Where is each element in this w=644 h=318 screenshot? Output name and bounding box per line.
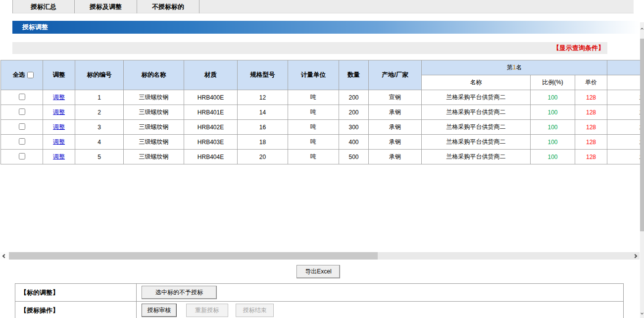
row-adjust-cell: 调整 (43, 150, 75, 164)
rank1-price-cell: 128 (575, 90, 607, 105)
scroll-down-button[interactable] (640, 309, 644, 317)
section-title-bar: 授标调整 (12, 21, 640, 34)
scroll-up-button[interactable] (640, 25, 644, 33)
header-spec: 规格型号 (238, 60, 288, 90)
rank2-supplier-cell: 兰格采购平台供货商二 (607, 135, 641, 150)
export-excel-button[interactable]: 导出Excel (297, 265, 340, 278)
rank1-prefix: 第 (507, 64, 513, 71)
select-all-checkbox[interactable] (27, 72, 34, 78)
tab-no-award-items[interactable]: 不授标标的 (137, 0, 199, 13)
scroll-right-button[interactable] (631, 252, 640, 260)
header-rank1-ratio: 比例(%) (531, 75, 575, 90)
rank2-supplier-cell: 兰格采购平台供货商二 (607, 120, 641, 135)
chevron-left-icon (2, 254, 6, 258)
header-rank1-group: 第1名 (422, 60, 607, 75)
rank2-supplier-cell: 兰格采购平台供货商二 (607, 150, 641, 164)
bid-no-cell: 5 (75, 150, 124, 164)
row-checkbox[interactable] (19, 153, 25, 159)
adjust-link[interactable]: 调整 (53, 94, 65, 101)
table-row: 调整 3 三级螺纹钢 HRB402E 16 吨 300 承钢 兰格采购平台供货商… (1, 120, 641, 135)
bid-name-cell: 三级螺纹钢 (124, 90, 184, 105)
qty-cell: 500 (339, 150, 369, 164)
award-operations-cell: 授标审核 重新授标 授标结束 (137, 302, 624, 318)
no-award-selected-button[interactable]: 选中标的不予授标 (142, 286, 217, 299)
unit-cell: 吨 (288, 105, 339, 120)
header-rank1-price: 单价 (575, 75, 607, 90)
table-row: 调整 1 三级螺纹钢 HRB400E 12 吨 200 宣钢 兰格采购平台供货商… (1, 90, 641, 105)
rank1-supplier-cell: 兰格采购平台供货商二 (422, 105, 531, 120)
header-group-row: 全选 调整 标的编号 标的名称 材质 规格型号 计量单位 数量 产地/厂家 第1… (1, 60, 641, 75)
rank1-ratio-cell: 100 (531, 120, 575, 135)
rank1-supplier-cell: 兰格采购平台供货商二 (422, 135, 531, 150)
actions-table: 【标的调整】 选中标的不予授标 【授标操作】 授标审核 重新授标 授标结束 (15, 283, 624, 318)
tab-award-and-adjust[interactable]: 授标及调整 (75, 0, 137, 13)
row-checkbox[interactable] (19, 123, 25, 130)
re-award-button[interactable]: 重新授标 (186, 304, 228, 317)
qty-cell: 300 (339, 120, 369, 135)
bid-name-cell: 三级螺纹钢 (124, 150, 184, 164)
horizontal-scrollbar[interactable] (0, 252, 640, 260)
tab-bar: 授标汇总 授标及调整 不授标标的 (12, 0, 634, 13)
material-cell: HRB401E (184, 105, 238, 120)
bid-name-cell: 三级螺纹钢 (124, 135, 184, 150)
adjust-link[interactable]: 调整 (53, 123, 65, 130)
chevron-up-icon (641, 28, 644, 31)
rank1-price-cell: 128 (575, 120, 607, 135)
vertical-scrollbar-thumb[interactable] (640, 39, 644, 231)
unit-cell: 吨 (288, 150, 339, 164)
origin-cell: 承钢 (369, 105, 422, 120)
tab-label: 授标汇总 (31, 2, 56, 11)
select-all-header: 全选 (1, 60, 43, 90)
row-checkbox[interactable] (19, 138, 25, 145)
row-checkbox[interactable] (19, 108, 25, 115)
rank1-ratio-cell: 100 (531, 150, 575, 164)
header-adjust: 调整 (43, 60, 75, 90)
tab-award-summary[interactable]: 授标汇总 (12, 0, 75, 13)
spec-cell: 18 (238, 135, 288, 150)
spec-cell: 14 (238, 105, 288, 120)
material-cell: HRB402E (184, 120, 238, 135)
rank1-price-cell: 128 (575, 150, 607, 164)
unit-cell: 吨 (288, 135, 339, 150)
adjust-link[interactable]: 调整 (53, 153, 65, 160)
rank1-supplier-cell: 兰格采购平台供货商二 (422, 120, 531, 135)
row-select-cell (1, 105, 43, 120)
rank1-price-cell: 128 (575, 135, 607, 150)
row-adjust-cell: 调整 (43, 135, 75, 150)
select-all-label: 全选 (13, 71, 25, 78)
adjust-actions-cell: 选中标的不予授标 (137, 284, 624, 302)
qty-cell: 400 (339, 135, 369, 150)
adjust-link[interactable]: 调整 (53, 138, 65, 145)
rank1-supplier-cell: 兰格采购平台供货商二 (422, 90, 531, 105)
adjust-link[interactable]: 调整 (53, 108, 65, 115)
rank1-ratio-cell: 100 (531, 105, 575, 120)
rank1-ratio-cell: 100 (531, 90, 575, 105)
material-cell: HRB400E (184, 90, 238, 105)
award-finish-button[interactable]: 授标结束 (236, 304, 274, 317)
origin-cell: 宣钢 (369, 90, 422, 105)
rank1-supplier-cell: 兰格采购平台供货商二 (422, 150, 531, 164)
bid-name-cell: 三级螺纹钢 (124, 105, 184, 120)
rank2-supplier-cell: 兰格采购平台供货商二 (607, 90, 641, 105)
material-cell: HRB404E (184, 150, 238, 164)
horizontal-scrollbar-thumb[interactable] (9, 252, 378, 260)
award-review-button[interactable]: 授标审核 (142, 304, 177, 317)
award-operations-row: 【授标操作】 授标审核 重新授标 授标结束 (15, 302, 624, 318)
table-row: 调整 5 三级螺纹钢 HRB404E 20 吨 500 承钢 兰格采购平台供货商… (1, 150, 641, 164)
qty-cell: 200 (339, 90, 369, 105)
adjust-section-label: 【标的调整】 (15, 284, 137, 302)
material-cell: HRB403E (184, 135, 238, 150)
row-checkbox[interactable] (19, 94, 25, 100)
rank1-suffix: 名 (516, 64, 522, 71)
table-row: 调整 2 三级螺纹钢 HRB401E 14 吨 200 承钢 兰格采购平台供货商… (1, 105, 641, 120)
bid-table: 全选 调整 标的编号 标的名称 材质 规格型号 计量单位 数量 产地/厂家 第1… (0, 60, 640, 164)
vertical-scrollbar[interactable] (640, 22, 644, 318)
origin-cell: 承钢 (369, 150, 422, 164)
rank2-supplier-cell: 兰格采购平台供货商二 (607, 105, 641, 120)
rank1-price-cell: 128 (575, 105, 607, 120)
header-bid-no: 标的编号 (75, 60, 124, 90)
row-select-cell (1, 150, 43, 164)
scroll-left-button[interactable] (0, 252, 9, 260)
bid-table-body: 调整 1 三级螺纹钢 HRB400E 12 吨 200 宣钢 兰格采购平台供货商… (1, 90, 641, 164)
show-query-conditions-link[interactable]: 【显示查询条件】 (553, 42, 604, 54)
